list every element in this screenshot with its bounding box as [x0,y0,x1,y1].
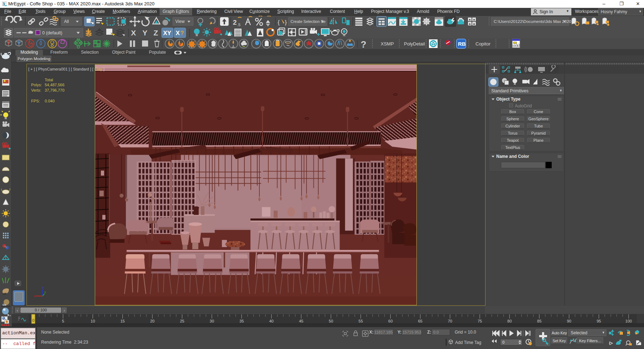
svg-text:10: 10 [91,319,95,323]
svg-text:80: 80 [507,319,512,323]
svg-text:C:\Users\20122\Documents\3ds M: C:\Users\20122\Documents\3ds Max 2020 [494,19,571,24]
svg-text:65: 65 [418,319,422,323]
svg-text:30: 30 [210,319,214,323]
svg-text:70: 70 [448,319,452,323]
svg-text:PolyDetail: PolyDetail [404,41,425,47]
svg-text:55: 55 [358,319,363,323]
svg-text:All: All [64,19,69,24]
svg-text:z: z [42,286,44,290]
svg-text:y: y [44,290,46,294]
svg-text:Z: Z [153,29,158,37]
svg-text:50: 50 [329,319,333,323]
svg-text:X: X [176,30,180,37]
svg-text:5: 5 [62,319,64,323]
svg-text:0: 0 [32,318,34,323]
svg-text:75: 75 [478,319,482,323]
svg-text:.5: .5 [237,23,240,27]
svg-text:45: 45 [299,319,303,323]
svg-text:XY: XY [163,30,171,37]
svg-text:HF: HF [3,292,7,295]
svg-text:XSMP: XSMP [381,41,394,47]
svg-text:X: X [131,29,136,37]
svg-text:Copitor: Copitor [475,41,491,47]
svg-text:35: 35 [239,319,244,323]
svg-text:?: ? [180,30,184,36]
svg-text:95: 95 [597,319,601,323]
svg-text:25: 25 [180,319,184,323]
svg-text:15: 15 [120,319,125,323]
svg-text:x: x [34,294,36,298]
svg-text:Create Selection Se: Create Selection Se [291,19,326,24]
svg-text:3: 3 [3,1,5,6]
svg-text:View: View [175,19,185,24]
svg-text:60: 60 [388,319,392,323]
svg-text:RB: RB [458,41,466,47]
svg-text:100: 100 [625,319,632,323]
svg-text:0 (default): 0 (default) [42,30,62,35]
svg-text:2: 2 [233,19,237,26]
svg-text:85: 85 [537,319,541,323]
svg-text:?: ? [361,39,366,49]
svg-text:}: } [285,19,287,26]
svg-text:Y: Y [142,29,147,37]
svg-text:{: { [278,19,280,26]
svg-text:90: 90 [567,319,571,323]
svg-text:20: 20 [150,319,155,323]
svg-text:40: 40 [269,319,273,323]
